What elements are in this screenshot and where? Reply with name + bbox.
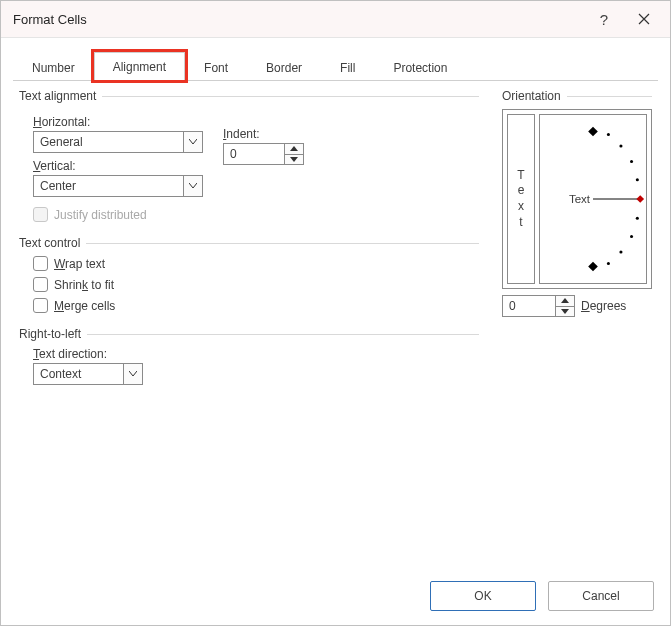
tab-strip: Number Alignment Font Border Fill Protec… xyxy=(13,50,658,81)
dialog-title: Format Cells xyxy=(13,12,584,27)
svg-point-0 xyxy=(607,133,610,136)
tab-font-label: Font xyxy=(204,61,228,75)
vertical-label: Vertical:Vertical: xyxy=(33,159,203,173)
svg-point-1 xyxy=(619,144,622,147)
tab-border-label: Border xyxy=(266,61,302,75)
group-text-alignment-text: Text alignment xyxy=(19,89,96,103)
degrees-value[interactable]: 0 xyxy=(503,296,555,316)
text-direction-combo[interactable]: Context xyxy=(33,363,143,385)
chevron-up-icon xyxy=(561,298,569,303)
merge-cells-checkbox[interactable]: Merge cellsMerge cells xyxy=(33,298,479,313)
checkbox-icon xyxy=(33,256,48,271)
tab-number[interactable]: Number xyxy=(13,53,94,81)
indent-area: Indent:Indent: 0 xyxy=(223,109,304,197)
close-button[interactable] xyxy=(624,3,664,35)
wrap-text-label: Wrap textWrap text xyxy=(54,257,105,271)
horizontal-combo-button[interactable] xyxy=(183,132,202,152)
indent-spinner-buttons xyxy=(284,144,303,164)
group-divider xyxy=(86,243,479,244)
tab-border[interactable]: Border xyxy=(247,53,321,81)
group-text-control: Text control Wrap textWrap text Shrink t… xyxy=(19,228,479,319)
checkbox-icon xyxy=(33,298,48,313)
vertical-combo-value: Center xyxy=(34,176,183,196)
horizontal-combo[interactable]: General xyxy=(33,131,203,153)
group-text-control-text: Text control xyxy=(19,236,80,250)
group-divider xyxy=(102,96,479,97)
orientation-vertical-t2: t xyxy=(519,215,522,231)
chevron-down-icon xyxy=(189,183,197,189)
indent-spin-up[interactable] xyxy=(285,144,303,155)
group-orientation-text: Orientation xyxy=(502,89,561,103)
ok-button-label: OK xyxy=(474,589,491,603)
horizontal-combo-value: General xyxy=(34,132,183,152)
group-right-to-left: Right-to-left Text direction:Text direct… xyxy=(19,319,479,385)
justify-distributed-checkbox: Justify distributed xyxy=(33,207,479,222)
dialog-body: Text alignment HHorizontal:orizontal: Ge… xyxy=(19,81,652,565)
degrees-spin-down[interactable] xyxy=(556,307,574,317)
orientation-vertical-x: x xyxy=(518,199,524,215)
degrees-spinner[interactable]: 0 xyxy=(502,295,575,317)
indent-spin-down[interactable] xyxy=(285,155,303,165)
tab-fill-label: Fill xyxy=(340,61,355,75)
degrees-spin-up[interactable] xyxy=(556,296,574,307)
svg-text:Text: Text xyxy=(569,193,591,205)
orientation-frame: T e x t Text xyxy=(502,109,652,289)
shrink-to-fit-label: Shrink to fitShrink to fit xyxy=(54,278,114,292)
close-icon xyxy=(638,13,650,25)
chevron-down-icon xyxy=(561,309,569,314)
hv-area: HHorizontal:orizontal: General Vertical:… xyxy=(19,109,203,197)
svg-point-4 xyxy=(636,217,639,220)
tab-fill[interactable]: Fill xyxy=(321,53,374,81)
group-text-alignment-label: Text alignment xyxy=(19,89,479,103)
svg-point-7 xyxy=(607,262,610,265)
degrees-spinner-buttons xyxy=(555,296,574,316)
group-orientation: Orientation T e x t Text xyxy=(502,81,652,317)
help-button[interactable]: ? xyxy=(584,3,624,35)
indent-spinner[interactable]: 0 xyxy=(223,143,304,165)
vertical-combo-button[interactable] xyxy=(183,176,202,196)
group-rtl-label: Right-to-left xyxy=(19,327,479,341)
chevron-down-icon xyxy=(129,371,137,377)
wrap-text-checkbox[interactable]: Wrap textWrap text xyxy=(33,256,479,271)
indent-label: Indent:Indent: xyxy=(223,127,304,141)
orientation-vertical-t: T xyxy=(517,168,524,184)
svg-point-5 xyxy=(630,235,633,238)
cancel-button-label: Cancel xyxy=(582,589,619,603)
left-column: Text alignment HHorizontal:orizontal: Ge… xyxy=(19,81,479,385)
group-orientation-label: Orientation xyxy=(502,89,652,103)
chevron-down-icon xyxy=(290,157,298,162)
tab-alignment[interactable]: Alignment xyxy=(94,52,185,81)
text-direction-combo-button[interactable] xyxy=(123,364,142,384)
text-direction-value: Context xyxy=(34,364,123,384)
group-text-control-label: Text control xyxy=(19,236,479,250)
checkbox-icon xyxy=(33,207,48,222)
tab-number-label: Number xyxy=(32,61,75,75)
chevron-down-icon xyxy=(189,139,197,145)
horizontal-label: HHorizontal:orizontal: xyxy=(33,115,203,129)
svg-point-3 xyxy=(636,178,639,181)
tab-font[interactable]: Font xyxy=(185,53,247,81)
shrink-to-fit-checkbox[interactable]: Shrink to fitShrink to fit xyxy=(33,277,479,292)
titlebar: Format Cells ? xyxy=(1,1,670,38)
tab-alignment-label: Alignment xyxy=(113,60,166,74)
justify-distributed-label: Justify distributed xyxy=(54,208,147,222)
tab-protection-label: Protection xyxy=(393,61,447,75)
degrees-label: DegreesDegrees xyxy=(581,299,626,313)
format-cells-dialog: Format Cells ? Number Alignment Font Bor… xyxy=(0,0,671,626)
cancel-button[interactable]: Cancel xyxy=(548,581,654,611)
svg-point-6 xyxy=(619,250,622,253)
group-rtl-text: Right-to-left xyxy=(19,327,81,341)
checkbox-icon xyxy=(33,277,48,292)
orientation-vertical-e: e xyxy=(518,183,525,199)
help-icon: ? xyxy=(600,11,608,28)
ok-button[interactable]: OK xyxy=(430,581,536,611)
group-divider xyxy=(87,334,479,335)
orientation-vertical-button[interactable]: T e x t Text xyxy=(507,114,535,284)
orientation-dial[interactable]: Text Text xyxy=(539,114,647,284)
orientation-dial-svg: Text xyxy=(540,115,646,283)
vertical-combo[interactable]: Center xyxy=(33,175,203,197)
tab-protection[interactable]: Protection xyxy=(374,53,466,81)
merge-cells-label: Merge cellsMerge cells xyxy=(54,299,115,313)
text-direction-label: Text direction:Text direction: xyxy=(33,347,479,361)
indent-value[interactable]: 0 xyxy=(224,144,284,164)
